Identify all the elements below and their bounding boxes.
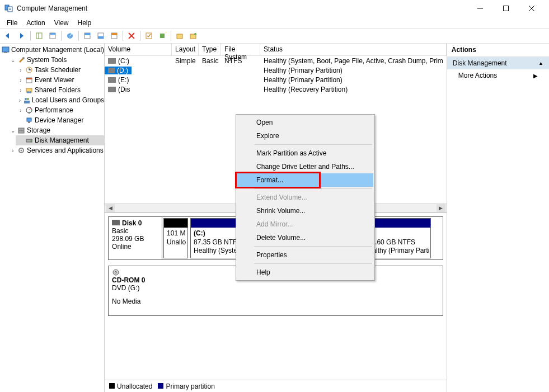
vol-name: (D:) — [117, 67, 128, 74]
ctx-delete[interactable]: Delete Volume... — [237, 231, 373, 244]
back-button[interactable] — [2, 30, 15, 42]
shared-folders-label: Shared Folders — [35, 86, 81, 94]
tree-event-viewer[interactable]: ›Event Viewer — [16, 75, 104, 85]
svg-point-39 — [25, 98, 27, 100]
svg-point-27 — [194, 33, 196, 35]
add-button[interactable]: ✦ — [156, 30, 168, 42]
check-button[interactable] — [143, 30, 155, 42]
svg-point-30 — [22, 57, 25, 59]
col-fs[interactable]: File System — [221, 44, 260, 56]
ctx-open[interactable]: Open — [237, 116, 373, 129]
partition-unallocated[interactable]: 101 MUnallo — [163, 218, 188, 258]
table-row[interactable]: (C:) Simple Basic NTFS Healthy (System, … — [105, 56, 447, 65]
settings-button[interactable] — [108, 30, 120, 42]
col-layout[interactable]: Layout — [172, 44, 199, 56]
vol-status: Healthy (Recovery Partition) — [260, 86, 447, 93]
services-label: Services and Applications — [27, 147, 104, 154]
svg-rect-29 — [4, 52, 7, 53]
table-row[interactable]: (Dis Healthy (Recovery Partition) — [105, 84, 447, 94]
tree-performance[interactable]: ›Performance — [16, 105, 104, 115]
cdrom-state: No Media — [112, 297, 439, 305]
ctx-explore[interactable]: Explore — [237, 129, 373, 143]
action-more-label: More Actions — [458, 72, 497, 79]
content-pane: Volume Layout Type File System Status (C… — [105, 44, 447, 392]
vol-name: (E:) — [118, 76, 129, 84]
ctx-shrink[interactable]: Shrink Volume... — [237, 204, 373, 218]
expand-icon[interactable]: › — [17, 67, 25, 73]
view-bottom-button[interactable] — [95, 30, 107, 42]
ctx-help[interactable]: Help — [237, 266, 373, 279]
tree-services[interactable]: › Services and Applications — [8, 145, 104, 155]
expand-icon[interactable]: › — [17, 77, 25, 83]
svg-rect-23 — [160, 34, 165, 38]
ctx-change-letter[interactable]: Change Drive Letter and Paths... — [237, 160, 373, 173]
disk-0-header[interactable]: Disk 0 Basic 298.09 GB Online — [109, 217, 162, 259]
scroll-right-icon[interactable]: ▶ — [437, 204, 445, 212]
explore-button[interactable] — [173, 30, 186, 42]
vol-status: Healthy (System, Boot, Page File, Active… — [260, 57, 447, 65]
tree-disk-management[interactable]: Disk Management — [16, 135, 104, 145]
svg-rect-19 — [111, 33, 117, 35]
event-icon — [25, 75, 34, 84]
menu-action[interactable]: Action — [22, 18, 49, 28]
folder-share-icon — [25, 86, 34, 95]
collapse-icon[interactable]: ⌄ — [9, 127, 17, 134]
expand-icon[interactable]: › — [17, 107, 25, 114]
delete-button[interactable] — [125, 30, 138, 42]
users-icon — [23, 96, 31, 105]
properties-button[interactable] — [46, 30, 59, 42]
expand-icon[interactable]: › — [9, 148, 17, 154]
svg-rect-25 — [177, 34, 182, 39]
menu-view[interactable]: View — [50, 18, 73, 28]
ctx-add-mirror: Add Mirror... — [237, 218, 373, 231]
ctx-format[interactable]: Format... — [237, 173, 373, 187]
actions-pane: Actions Disk Management ▲ More Actions ▶ — [447, 44, 549, 392]
menu-help[interactable]: Help — [73, 18, 96, 28]
expand-icon[interactable]: › — [17, 97, 23, 103]
table-row[interactable]: (D:) Healthy (Primary Partition) — [105, 65, 447, 75]
ctx-mark-active[interactable]: Mark Partition as Active — [237, 147, 373, 160]
col-status[interactable]: Status — [260, 44, 447, 56]
svg-line-43 — [29, 108, 31, 110]
vol-name: (C:) — [118, 57, 129, 65]
maximize-button[interactable] — [493, 0, 519, 17]
view-top-button[interactable] — [81, 30, 93, 42]
table-header: Volume Layout Type File System Status — [105, 44, 447, 56]
table-row[interactable]: (E:) Healthy (Primary Partition) — [105, 75, 447, 84]
forward-button[interactable] — [16, 30, 28, 42]
svg-rect-35 — [26, 78, 32, 79]
close-button[interactable] — [519, 0, 545, 17]
task-scheduler-label: Task Scheduler — [35, 66, 81, 74]
show-hide-tree-button[interactable] — [33, 30, 45, 42]
menu-file[interactable]: File — [2, 18, 22, 28]
tree-shared-folders[interactable]: ›Shared Folders — [16, 85, 104, 95]
legend: Unallocated Primary partition — [105, 380, 447, 392]
tree-task-scheduler[interactable]: ›Task Scheduler — [16, 65, 104, 75]
svg-rect-2 — [9, 8, 11, 8]
actions-selection[interactable]: Disk Management ▲ — [447, 57, 549, 69]
svg-rect-48 — [18, 131, 24, 133]
misc-button[interactable] — [187, 30, 199, 42]
expand-icon[interactable]: › — [17, 87, 25, 93]
col-volume[interactable]: Volume — [105, 44, 172, 56]
tree-device-manager[interactable]: Device Manager — [16, 115, 104, 125]
event-viewer-label: Event Viewer — [35, 76, 74, 84]
tree-local-users[interactable]: ›Local Users and Groups — [16, 95, 104, 105]
collapse-icon[interactable]: ⌄ — [9, 57, 17, 63]
svg-text:?: ? — [68, 32, 72, 39]
svg-rect-15 — [85, 33, 90, 35]
svg-point-52 — [21, 150, 22, 152]
menu-bar: File Action View Help — [0, 17, 549, 28]
help-button[interactable]: ? — [64, 30, 76, 42]
ctx-format-label: Format... — [256, 176, 283, 184]
action-more[interactable]: More Actions ▶ — [447, 69, 549, 82]
svg-rect-41 — [24, 101, 30, 103]
col-type[interactable]: Type — [199, 44, 221, 56]
tree-system-tools[interactable]: ⌄ System Tools — [8, 55, 104, 65]
ctx-properties[interactable]: Properties — [237, 248, 373, 262]
minimize-button[interactable] — [467, 0, 493, 17]
tree-storage[interactable]: ⌄ Storage — [8, 125, 104, 135]
volume-icon — [108, 77, 116, 83]
scroll-left-icon[interactable]: ◀ — [106, 204, 115, 212]
tree-root[interactable]: Computer Management (Local) — [0, 45, 104, 55]
